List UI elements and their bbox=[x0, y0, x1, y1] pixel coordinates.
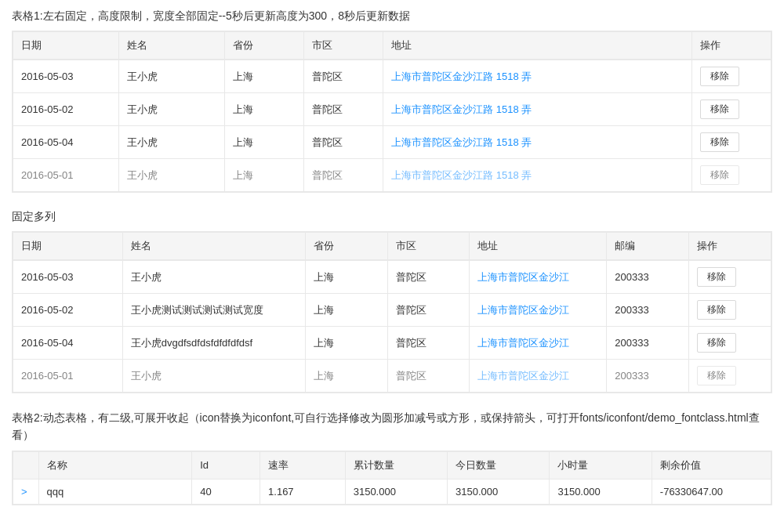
cell-address: 上海市普陀区金沙江 bbox=[470, 294, 607, 327]
cell-province: 上海 bbox=[305, 261, 387, 294]
cell-expand[interactable]: > bbox=[13, 479, 39, 504]
table1-body-scroll[interactable]: 2016-05-03 王小虎 上海 普陀区 上海市普陀区金沙江路 1518 弄 … bbox=[13, 60, 771, 192]
cell-id: 40 bbox=[192, 479, 260, 504]
remove-button[interactable]: 移除 bbox=[697, 333, 736, 353]
cell-province: 上海 bbox=[224, 159, 303, 192]
cell-remain: -76330647.00 bbox=[652, 479, 771, 504]
t3-total-header: 累计数量 bbox=[345, 451, 447, 479]
cell-city: 普陀区 bbox=[304, 159, 383, 192]
cell-speed: 1.167 bbox=[260, 479, 346, 504]
table-row: 2016-05-02 王小虎测试测试测试测试宽度 上海 普陀区 上海市普陀区金沙… bbox=[13, 294, 771, 327]
col-city-header: 市区 bbox=[304, 32, 383, 60]
cell-date: 2016-05-01 bbox=[13, 360, 123, 393]
cell-action: 移除 bbox=[691, 60, 771, 93]
table2-header: 日期 姓名 省份 市区 地址 邮编 操作 bbox=[13, 232, 771, 260]
remove-button[interactable]: 移除 bbox=[700, 67, 739, 86]
cell-address: 上海市普陀区金沙江路 1518 弄 bbox=[383, 159, 692, 192]
cell-address: 上海市普陀区金沙江路 1518 弄 bbox=[383, 60, 692, 93]
cell-name: 王小虎 bbox=[118, 60, 224, 93]
remove-button[interactable]: 移除 bbox=[700, 100, 739, 119]
cell-action: 移除 bbox=[691, 126, 771, 159]
t3-id-header: Id bbox=[192, 451, 260, 479]
cell-today: 3150.000 bbox=[448, 479, 550, 504]
cell-address: 上海市普陀区金沙江路 1518 弄 bbox=[383, 126, 692, 159]
t2-col-name-header: 姓名 bbox=[122, 233, 305, 260]
remove-button[interactable]: 移除 bbox=[697, 366, 736, 385]
t3-remain-header: 剩余价值 bbox=[652, 451, 771, 479]
cell-date: 2016-05-03 bbox=[13, 261, 123, 294]
col-action-header: 操作 bbox=[691, 32, 771, 60]
cell-action: 移除 bbox=[689, 327, 771, 360]
remove-button[interactable]: 移除 bbox=[700, 132, 739, 152]
cell-city: 普陀区 bbox=[387, 294, 470, 327]
table1-header: 日期 姓名 省份 市区 地址 操作 bbox=[13, 31, 771, 60]
cell-name: 王小虎 bbox=[122, 360, 305, 393]
table-row: 2016-05-04 王小虎 上海 普陀区 上海市普陀区金沙江路 1518 弄 … bbox=[13, 126, 771, 159]
cell-action: 移除 bbox=[691, 93, 771, 126]
t3-speed-header: 速率 bbox=[260, 451, 346, 479]
cell-postcode: 200333 bbox=[607, 327, 689, 360]
cell-action: 移除 bbox=[689, 360, 771, 393]
cell-action: 移除 bbox=[691, 159, 771, 192]
cell-address: 上海市普陀区金沙江 bbox=[470, 261, 607, 294]
cell-total: 3150.000 bbox=[345, 479, 447, 504]
cell-city: 普陀区 bbox=[387, 261, 470, 294]
table1-section: 表格1:左右固定，高度限制，宽度全部固定--5秒后更新高度为300，8秒后更新数… bbox=[12, 8, 772, 193]
table-row: 2016-05-03 王小虎 上海 普陀区 上海市普陀区金沙江路 1518 弄 … bbox=[13, 60, 771, 93]
table2-section-wrapper: 固定多列 日期 姓名 省份 市区 bbox=[12, 208, 772, 393]
remove-button[interactable]: 移除 bbox=[697, 267, 736, 287]
cell-city: 普陀区 bbox=[387, 327, 470, 360]
cell-province: 上海 bbox=[305, 294, 387, 327]
table2-section-title: 固定多列 bbox=[12, 208, 772, 225]
t2-col-date-header: 日期 bbox=[13, 233, 123, 260]
table1-title: 表格1:左右固定，高度限制，宽度全部固定--5秒后更新高度为300，8秒后更新数… bbox=[12, 8, 772, 24]
cell-name: 王小虎 bbox=[118, 159, 224, 192]
cell-action: 移除 bbox=[689, 294, 771, 327]
table3-outer: 名称 Id 速率 累计数量 今日数量 小时量 剩余价值 > qqq 40 1.1… bbox=[12, 451, 772, 505]
cell-province: 上海 bbox=[224, 126, 303, 159]
col-province-header: 省份 bbox=[224, 32, 303, 60]
cell-city: 普陀区 bbox=[387, 360, 470, 393]
cell-postcode: 200333 bbox=[607, 261, 689, 294]
cell-address: 上海市普陀区金沙江路 1518 弄 bbox=[383, 93, 692, 126]
table3-section-title: 表格2:动态表格，有二级,可展开收起（icon替换为iconfont,可自行选择… bbox=[12, 409, 772, 444]
cell-date: 2016-05-02 bbox=[13, 93, 119, 126]
t3-name-header: 名称 bbox=[38, 451, 192, 479]
cell-province: 上海 bbox=[305, 327, 387, 360]
table-row: > qqq 40 1.167 3150.000 3150.000 3150.00… bbox=[13, 479, 771, 504]
cell-city: 普陀区 bbox=[304, 93, 383, 126]
t2-col-postcode-header: 邮编 bbox=[607, 233, 689, 260]
table-row: 2016-05-03 王小虎 上海 普陀区 上海市普陀区金沙江 200333 移… bbox=[13, 261, 771, 294]
cell-city: 普陀区 bbox=[304, 126, 383, 159]
cell-address: 上海市普陀区金沙江 bbox=[470, 327, 607, 360]
cell-hours: 3150.000 bbox=[550, 479, 652, 504]
table2-body-scroll[interactable]: 2016-05-03 王小虎 上海 普陀区 上海市普陀区金沙江 200333 移… bbox=[13, 260, 771, 393]
remove-button[interactable]: 移除 bbox=[700, 165, 739, 185]
table-row: 2016-05-04 王小虎dvgdfsdfdsfdfdfdfdsf 上海 普陀… bbox=[13, 327, 771, 360]
cell-name: qqq bbox=[38, 479, 192, 504]
cell-date: 2016-05-04 bbox=[13, 327, 123, 360]
cell-address: 上海市普陀区金沙江 bbox=[470, 360, 607, 393]
col-name-header: 姓名 bbox=[118, 32, 224, 60]
remove-button[interactable]: 移除 bbox=[697, 300, 736, 320]
cell-date: 2016-05-01 bbox=[13, 159, 119, 192]
expand-icon[interactable]: > bbox=[21, 486, 27, 498]
cell-date: 2016-05-03 bbox=[13, 60, 119, 93]
t2-col-action-header: 操作 bbox=[689, 233, 771, 260]
cell-city: 普陀区 bbox=[304, 60, 383, 93]
table-row: 2016-05-01 王小虎 上海 普陀区 上海市普陀区金沙江 200333 移… bbox=[13, 360, 771, 393]
t3-expand-col-header bbox=[13, 451, 39, 479]
cell-name: 王小虎 bbox=[118, 93, 224, 126]
table-row: 2016-05-01 王小虎 上海 普陀区 上海市普陀区金沙江路 1518 弄 … bbox=[13, 159, 771, 192]
table-row: 2016-05-02 王小虎 上海 普陀区 上海市普陀区金沙江路 1518 弄 … bbox=[13, 93, 771, 126]
cell-action: 移除 bbox=[689, 261, 771, 294]
cell-province: 上海 bbox=[224, 93, 303, 126]
cell-name: 王小虎 bbox=[118, 126, 224, 159]
cell-postcode: 200333 bbox=[607, 360, 689, 393]
table1-outer: 日期 姓名 省份 市区 地址 操作 bbox=[12, 31, 772, 193]
col-date-header: 日期 bbox=[13, 32, 119, 60]
cell-province: 上海 bbox=[305, 360, 387, 393]
cell-province: 上海 bbox=[224, 60, 303, 93]
cell-name: 王小虎 bbox=[122, 261, 305, 294]
t3-hours-header: 小时量 bbox=[550, 451, 652, 479]
